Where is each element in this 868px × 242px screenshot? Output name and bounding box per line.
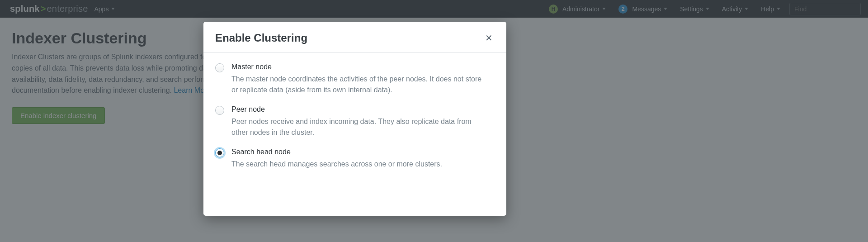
radio-master-node[interactable] (215, 63, 224, 72)
option-label: Search head node (231, 148, 442, 156)
option-texts: Master node The master node coordinates … (231, 63, 485, 95)
option-label: Master node (231, 63, 485, 71)
option-texts: Search head node The search head manages… (231, 148, 442, 170)
enable-clustering-modal: Enable Clustering ✕ Master node The mast… (203, 22, 506, 216)
modal-title: Enable Clustering (215, 32, 307, 44)
option-texts: Peer node Peer nodes receive and index i… (231, 105, 485, 138)
modal-body: Master node The master node coordinates … (203, 53, 506, 216)
option-peer-node[interactable]: Peer node Peer nodes receive and index i… (215, 105, 495, 138)
modal-header: Enable Clustering ✕ (203, 22, 506, 53)
option-search-head-node[interactable]: Search head node The search head manages… (215, 148, 495, 170)
radio-peer-node[interactable] (215, 106, 224, 115)
option-desc: The search head manages searches across … (231, 159, 442, 170)
option-desc: The master node coordinates the activiti… (231, 74, 485, 95)
option-label: Peer node (231, 105, 485, 114)
option-master-node[interactable]: Master node The master node coordinates … (215, 63, 495, 95)
option-desc: Peer nodes receive and index incoming da… (231, 116, 485, 138)
close-icon[interactable]: ✕ (483, 32, 495, 44)
radio-search-head-node[interactable] (215, 148, 224, 157)
